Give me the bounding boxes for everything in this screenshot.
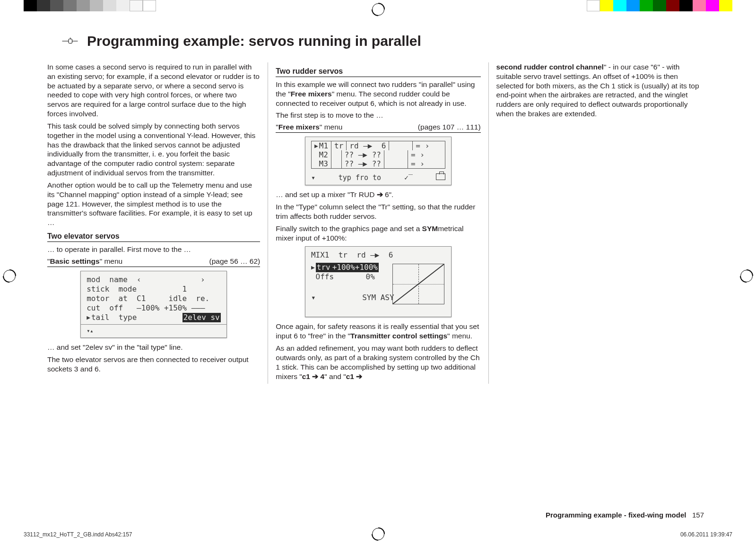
body-text: In this example we will connect two rudd… [276,80,480,108]
body-text: Another option would be to call up the T… [47,181,260,227]
lcd-footer-labels: typ fro to [339,173,381,182]
mixer-from: ?? [345,159,354,168]
svg-line-4 [393,264,444,304]
lcd-row: mod name ‹ › [87,275,221,285]
down-arrow-icon: ▾ [311,173,315,182]
lcd-value-highlighted: 2elev sv [182,313,221,322]
lcd-row: cut off –100% +150% ––– [87,303,221,313]
lcd-mixer-row: M2 ?? –▶ ?? = › [312,150,445,159]
menu-suffix: " menu [100,257,123,265]
bold-text: 4 [321,372,325,380]
curve-icon: ✓‾ [404,173,413,182]
column-1: In some cases a second servo is required… [47,62,268,384]
lcd-nav-arrows: ▾▴ [87,328,221,335]
arrow-icon: –▶ [358,159,367,168]
cursor-icon [311,263,316,272]
lcd-mixer-row: M1 tr rd –▶ 6 = › [312,141,445,150]
page-footer: Programming example - fixed-wing model 1… [546,511,704,519]
mixer-type [331,150,342,159]
text: " - in our case "6" - with suitable serv… [496,63,699,118]
subheading: Two rudder servos [276,67,480,77]
cursor-icon [87,313,91,322]
down-arrow-icon: ▾ [311,293,316,302]
lcd-label: tail type [91,313,137,322]
printer-color-bar-right [587,0,732,11]
lcd-value: 0% [366,272,375,282]
lcd-mixer-row: M3 ?? –▶ ?? = › [312,159,445,168]
lcd-label-highlighted: trv [316,263,331,272]
bold-text: second rudder control channel [496,63,604,71]
subheading: Two elevator servos [47,232,260,242]
column-2: Two rudder servos In this example we wil… [268,62,488,384]
mixer-from: rd [349,141,358,150]
body-text: As an added refinement, you may want bot… [276,344,480,381]
body-text: The two elevator servos are then connect… [47,355,260,374]
mixer-id: M3 [319,159,328,168]
lcd-row: motor at C1 idle re. [87,294,221,303]
body-text: This task could be solved simply by conn… [47,121,260,178]
bold-text: Transmitter control settings [350,332,447,340]
registration-mark-icon [372,3,385,16]
lcd-mode-labels: SYM ASY [362,293,394,302]
mixer-type: tr [331,141,347,150]
arrow-icon: –▶ [363,141,372,150]
column-3: second rudder control channel" - in our … [488,62,709,384]
body-text: In the "Type" column select the "Tr" set… [276,202,480,221]
enter-icon: = › [408,150,427,159]
text: " menu. [447,332,472,340]
body-text: … and set "2elev sv" in the "tail type" … [47,343,260,352]
page-content: Programming example: servos running in p… [47,24,709,505]
print-slug-left: 33112_mx12_HoTT_2_GB.indd Abs42:157 [24,531,132,538]
registration-mark-icon [3,269,16,283]
text: 6". [385,190,393,198]
lcd-mixer-graph: MIX1 tr rd –▶ 6 trv +100%+100% Offs 0% ▾… [305,246,452,317]
print-slug-right: 06.06.2011 19:39:47 [680,531,732,538]
lcd-basic-settings: mod name ‹ › stick mode 1 motor at C1 id… [80,271,227,338]
page-title: Programming example: servos running in p… [87,33,421,49]
mixer-to: ?? [372,159,381,168]
bold-text: c1 [346,372,356,380]
body-text: In some cases a second servo is required… [47,62,260,119]
arrow-icon: –▶ [358,150,367,159]
body-text: Finally switch to the graphics page and … [276,224,480,243]
mixer-id: M2 [319,150,328,159]
lcd-row-selected: tail type 2elev sv [87,313,221,322]
menu-name: Free mixers [278,123,320,131]
text: " and " [324,372,346,380]
page-reference: (page 56 … 62) [209,257,261,266]
footer-label: Programming example - fixed-wing model [546,511,686,519]
body-text: second rudder control channel" - in our … [496,62,701,119]
bold-text: c1 [302,372,313,380]
lcd-free-mixers: M1 tr rd –▶ 6 = › M2 ?? –▶ ?? = › [305,137,452,185]
enter-icon: = › [413,141,432,150]
folder-icon [436,173,445,180]
mixer-from: ?? [345,150,354,159]
body-text: The first step is to move to the … [276,111,480,120]
menu-suffix: " menu [320,123,343,131]
mixer-id: M1 [319,141,328,150]
mixer-curve-graph [392,264,444,304]
bold-text: Free mixers [291,90,332,98]
lcd-label: Offs [316,272,334,282]
lcd-row: stick mode 1 [87,285,221,294]
mixer-type [331,159,342,168]
mixer-to: 6 [382,141,386,150]
svg-rect-1 [69,39,72,43]
body-text: … and set up a mixer "Tr RUD 6". [276,190,480,199]
lcd-title: MIX1 tr rd –▶ 6 [311,250,445,260]
enter-icon: = › [408,159,427,168]
menu-reference: "Basic settings" menu (page 56 … 62) [47,257,260,267]
text: … and set up a mixer "Tr RUD [276,190,376,198]
registration-mark-icon [372,527,385,541]
arrow-icon [312,372,320,380]
registration-mark-icon [740,269,753,283]
page-number: 157 [692,511,704,519]
page-reference: (pages 107 … 111) [418,123,481,131]
arrow-icon [377,190,385,198]
arrow-icon [356,372,362,380]
text: Finally switch to the graphics page and … [276,224,422,233]
body-text: … to operate in parallel. First move to … [47,245,260,254]
cursor-icon [314,141,319,150]
mixer-to: ?? [372,150,381,159]
printer-color-bar-left [24,0,156,11]
